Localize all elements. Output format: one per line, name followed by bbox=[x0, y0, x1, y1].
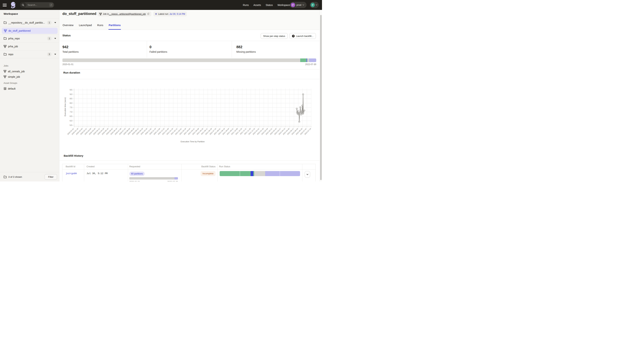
requested-range-bar bbox=[129, 177, 178, 180]
asset-groups-section-label: Asset Groups bbox=[4, 82, 17, 84]
nav-link-runs[interactable]: Runs bbox=[243, 4, 249, 6]
stat-label: Total partitions bbox=[62, 50, 147, 53]
caret-down-icon[interactable] bbox=[54, 54, 56, 55]
data-point-marker[interactable] bbox=[302, 94, 304, 95]
stat-value: 0 bbox=[150, 45, 232, 49]
nav-link-workspace[interactable]: Workspace bbox=[278, 4, 290, 6]
col-run-status: Run Status bbox=[219, 165, 230, 168]
chevron-down-icon bbox=[302, 4, 304, 6]
sidebar-item-label: repo bbox=[8, 53, 13, 56]
stat-value: 942 bbox=[62, 45, 147, 49]
bar-segment bbox=[240, 171, 250, 176]
folder-icon bbox=[4, 53, 7, 56]
refresh-icon[interactable] bbox=[147, 13, 150, 15]
col-backfill-status: Backfill Status bbox=[201, 165, 216, 168]
asset-group-icon bbox=[4, 87, 6, 90]
run-status-dot bbox=[155, 13, 157, 15]
chevron-down-icon bbox=[306, 174, 308, 175]
backfill-created: Jul 30, 5:12 PM bbox=[86, 172, 108, 175]
bar-segment bbox=[62, 58, 300, 62]
stat-missing-partitions: 882 Missing partitions bbox=[232, 41, 320, 58]
launch-backfill-button[interactable]: + Launch backfill... bbox=[290, 33, 316, 39]
caret-down-icon[interactable] bbox=[54, 38, 56, 39]
job-icon bbox=[4, 45, 6, 48]
caret-down-icon[interactable] bbox=[54, 22, 56, 23]
tab-partitions[interactable]: Partitions bbox=[108, 21, 121, 30]
tab-overview[interactable]: Overview bbox=[62, 21, 74, 30]
run-status-bar[interactable] bbox=[220, 171, 300, 176]
sidebar-item-prha-job[interactable]: prha_job bbox=[0, 42, 59, 50]
folder-icon bbox=[4, 176, 7, 178]
sidebar-item-repo[interactable]: repo 3 bbox=[0, 50, 59, 58]
data-point-marker[interactable] bbox=[296, 108, 298, 109]
item-count-badge: 3 bbox=[47, 52, 52, 56]
data-point-marker[interactable] bbox=[302, 105, 303, 106]
deployment-label: prod bbox=[296, 4, 301, 6]
sidebar-footer: 3 of 3 shown Filter bbox=[0, 172, 59, 182]
jobs-section-label: Jobs bbox=[4, 64, 8, 67]
job-label: all_cereals_job bbox=[8, 70, 25, 73]
col-created: Created bbox=[86, 165, 94, 168]
job-chip-link[interactable]: __reposi...artitioned@partitioned_job bbox=[109, 13, 146, 15]
sidebar-asset-group-default[interactable]: default bbox=[0, 86, 59, 91]
y-tick-label: 5.5 bbox=[70, 124, 72, 126]
plus-circle-icon: + bbox=[292, 35, 295, 38]
sidebar-job-simple[interactable]: simple_job bbox=[0, 74, 59, 79]
latest-run-chip: Latest run: Jul 30, 5:14 PM bbox=[154, 12, 187, 16]
run-duration-chart[interactable]: 5.56.06.57.07.58.08.59.09.52020-01-01202… bbox=[62, 81, 318, 146]
y-tick-label: 9.5 bbox=[70, 89, 72, 91]
range-start: 2020-01-01 bbox=[129, 180, 140, 182]
filter-button[interactable]: Filter bbox=[44, 174, 57, 180]
hamburger-menu-icon[interactable] bbox=[3, 4, 7, 6]
show-per-step-status-button[interactable]: Show per-step status bbox=[261, 33, 288, 39]
data-point-marker[interactable] bbox=[297, 110, 298, 112]
dagster-logo-icon[interactable] bbox=[10, 2, 17, 9]
data-point-marker[interactable] bbox=[300, 114, 302, 115]
bar-segment bbox=[129, 177, 174, 180]
deployment-switcher[interactable]: P prod bbox=[290, 2, 306, 8]
bar-segment bbox=[265, 171, 280, 176]
data-point-marker[interactable] bbox=[304, 110, 305, 111]
data-point-marker[interactable] bbox=[299, 112, 300, 113]
user-menu[interactable]: P bbox=[310, 2, 319, 8]
job-chip-prefix: Job in bbox=[103, 13, 109, 15]
requested-partitions-chip[interactable]: 60 partitions bbox=[129, 172, 145, 176]
backfill-history-table: Backfill Id Created Requested Backfill S… bbox=[62, 164, 316, 182]
bar-segment bbox=[174, 177, 178, 180]
sidebar-item-label: __repository__do_stuff_partitio... bbox=[8, 21, 45, 24]
data-point-marker[interactable] bbox=[300, 106, 301, 108]
backfill-history-heading: Backfill History bbox=[64, 154, 83, 157]
tab-launchpad[interactable]: Launchpad bbox=[78, 21, 92, 30]
scrollbar-thumb[interactable] bbox=[320, 15, 322, 180]
data-point-marker[interactable] bbox=[298, 121, 300, 122]
item-count-badge: 1 bbox=[47, 21, 52, 25]
sidebar-row-separator bbox=[0, 26, 59, 34]
sidebar-item-repository[interactable]: __repository__do_stuff_partitio... 1 bbox=[0, 18, 59, 26]
y-tick-label: 6.5 bbox=[70, 115, 72, 117]
latest-run-label: Latest run: bbox=[158, 13, 169, 15]
job-location-chip[interactable]: Job in __reposi...artitioned@partitioned… bbox=[98, 12, 151, 16]
run-duration-line bbox=[297, 94, 304, 122]
nav-link-assets[interactable]: Assets bbox=[254, 4, 261, 6]
status-heading: Status bbox=[62, 34, 71, 37]
bar-segment bbox=[250, 171, 253, 176]
y-tick-label: 7.5 bbox=[70, 106, 72, 108]
latest-run-link[interactable]: Jul 30, 5:14 PM bbox=[170, 13, 185, 15]
backfill-status-badge: Incomplete bbox=[200, 171, 216, 176]
partition-status-bar[interactable] bbox=[62, 58, 316, 62]
search-input[interactable]: Search... / bbox=[20, 2, 54, 8]
folder-icon bbox=[4, 21, 7, 24]
sidebar-job-all-cereals[interactable]: all_cereals_job bbox=[0, 69, 59, 74]
data-point-marker[interactable] bbox=[302, 112, 304, 114]
data-point-marker[interactable] bbox=[301, 111, 302, 112]
tab-runs[interactable]: Runs bbox=[97, 21, 104, 30]
stat-failed-partitions: 0 Failed partitions bbox=[147, 41, 232, 58]
nav-link-status[interactable]: Status bbox=[266, 4, 273, 6]
vertical-scrollbar[interactable] bbox=[320, 10, 322, 182]
top-navbar: Search... / Runs Assets Status Workspace… bbox=[0, 0, 322, 10]
sidebar-item-prha-repo[interactable]: prha_repo 1 bbox=[0, 34, 59, 42]
expand-row-button[interactable] bbox=[305, 171, 310, 178]
backfill-id-link[interactable]: jozrgsbh bbox=[66, 172, 77, 175]
page-header: do_stuff_partitioned Job in __reposi...a… bbox=[59, 10, 320, 30]
partition-bar-range: 2020-01-01 2022-07-30 bbox=[62, 63, 316, 66]
